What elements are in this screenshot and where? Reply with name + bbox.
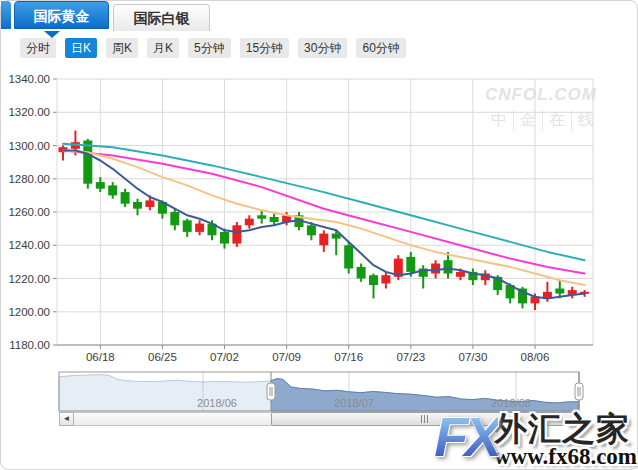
candle-body — [108, 185, 117, 195]
candle-body — [369, 275, 378, 285]
candle-body — [307, 225, 316, 235]
x-axis-label: 06/25 — [148, 351, 177, 363]
scrollbar-left-arrow-button[interactable]: ◄ — [59, 412, 74, 426]
navigator-left-handle[interactable] — [267, 383, 275, 400]
candle-body — [96, 182, 105, 189]
candle-body — [270, 217, 279, 222]
candle-body — [83, 141, 92, 184]
x-axis-label: 07/09 — [272, 351, 301, 363]
ma-10-line — [63, 151, 585, 286]
y-axis-label: 1220.00 — [8, 273, 50, 285]
candle-body — [431, 264, 440, 274]
x-axis-label: 07/23 — [396, 351, 425, 363]
y-axis-label: 1280.00 — [8, 173, 50, 185]
candle-body — [319, 234, 328, 246]
y-axis-label: 1320.00 — [8, 106, 50, 118]
candle-body — [257, 215, 266, 218]
candle-body — [183, 220, 192, 232]
y-axis-label: 1340.00 — [8, 73, 50, 85]
navigator-month-label: 2018/07 — [334, 397, 374, 409]
fx-logo-mark: FX — [434, 409, 498, 465]
y-axis-label: 1200.00 — [8, 306, 50, 318]
navigator-month-label: 2018/06 — [197, 397, 237, 409]
navigator-right-handle[interactable] — [575, 383, 583, 400]
y-axis-label: 1300.00 — [8, 140, 50, 152]
x-axis-label: 07/16 — [334, 351, 363, 363]
candle-body — [357, 267, 366, 279]
y-axis-label: 1180.00 — [9, 339, 50, 351]
fx68-site-name: 外汇之家 — [494, 413, 637, 445]
candle-body — [456, 272, 465, 277]
fx68-logo: FX 外汇之家 www.fx68.com — [434, 409, 637, 469]
candle-body — [195, 224, 204, 232]
main-chart: 1340.001320.001300.001280.001260.001240.… — [1, 1, 638, 470]
y-axis-label: 1240.00 — [8, 239, 50, 251]
x-axis-label: 07/30 — [459, 351, 488, 363]
fx68-logo-text: 外汇之家 www.fx68.com — [494, 409, 637, 469]
y-axis-label: 1260.00 — [8, 206, 50, 218]
candle-body — [444, 260, 453, 273]
scrollbar-grip-icon — [421, 415, 429, 423]
candle-body — [145, 200, 154, 207]
candle-body — [406, 257, 415, 272]
x-axis-label: 06/18 — [86, 351, 115, 363]
candle-body — [170, 212, 179, 225]
candle-body — [245, 219, 254, 226]
x-axis-label: 07/02 — [210, 351, 239, 363]
candle-body — [381, 275, 390, 283]
fx68-site-url: www.fx68.com — [494, 445, 637, 469]
gold-chart-widget: 国际黄金 国际白银 分时 日K 周K 月K 5分钟 15分钟 30分钟 60分钟… — [0, 0, 638, 470]
candle-body — [121, 192, 130, 204]
candle-body — [220, 232, 229, 244]
candle-body — [232, 225, 241, 243]
candle-body — [133, 202, 142, 209]
candle-body — [344, 245, 353, 268]
x-axis-label: 08/06 — [521, 351, 550, 363]
ma-5-line — [63, 151, 585, 299]
candle-body — [555, 289, 564, 294]
